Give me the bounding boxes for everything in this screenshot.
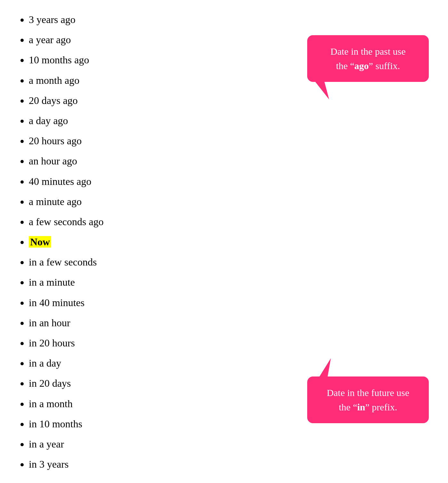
list-item: an hour ago bbox=[29, 151, 173, 171]
callout-future: Date in the future usethe “in” prefix. bbox=[307, 376, 429, 423]
list-item: in a day bbox=[29, 353, 173, 373]
list-item: a year ago bbox=[29, 30, 173, 50]
list-item: in 20 days bbox=[29, 373, 173, 393]
list-item: a minute ago bbox=[29, 192, 173, 212]
callout-past: Date in the past usethe “ago” suffix. bbox=[307, 35, 429, 82]
list-item: in 3 years bbox=[29, 454, 173, 474]
now-highlight: Now bbox=[29, 236, 51, 248]
main-container: 3 years agoa year ago10 months agoa mont… bbox=[13, 10, 435, 474]
list-item: in a month bbox=[29, 394, 173, 414]
list-item: in 20 hours bbox=[29, 333, 173, 353]
list-item: 10 months ago bbox=[29, 50, 173, 70]
list-item: in an hour bbox=[29, 313, 173, 333]
list-item: a day ago bbox=[29, 111, 173, 131]
callout-past-text: Date in the past usethe “ago” suffix. bbox=[331, 46, 406, 71]
list-item: 20 hours ago bbox=[29, 131, 173, 151]
list-item: 3 years ago bbox=[29, 10, 173, 30]
callout-future-text: Date in the future usethe “in” prefix. bbox=[327, 387, 409, 412]
list-item: 40 minutes ago bbox=[29, 171, 173, 192]
list-item: in 40 minutes bbox=[29, 293, 173, 313]
time-list: 3 years agoa year ago10 months agoa mont… bbox=[13, 10, 173, 474]
list-item: in a minute bbox=[29, 272, 173, 292]
list-item: a few seconds ago bbox=[29, 212, 173, 232]
list-item: a month ago bbox=[29, 70, 173, 91]
list-item: Now bbox=[29, 232, 173, 252]
list-section: 3 years agoa year ago10 months agoa mont… bbox=[13, 10, 173, 474]
list-item: 20 days ago bbox=[29, 91, 173, 111]
list-item: in a year bbox=[29, 434, 173, 454]
list-item: in 10 months bbox=[29, 414, 173, 434]
list-item: in a few seconds bbox=[29, 252, 173, 272]
